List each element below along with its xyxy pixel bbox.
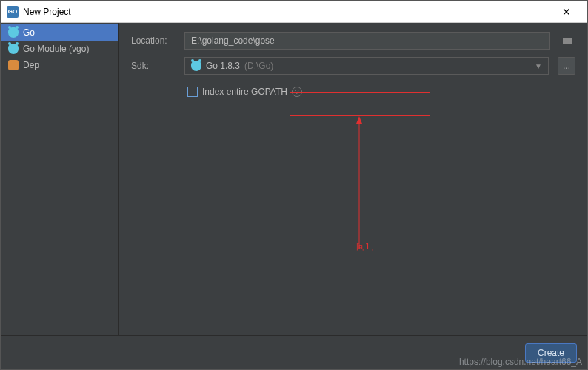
close-button[interactable]: ✕ [552,1,581,22]
sidebar-item-label: Dep [23,60,39,70]
location-label: Location: [131,36,176,46]
sidebar-item-label: Go [23,27,35,38]
dialog-footer: Create [1,335,587,369]
sidebar-item-go[interactable]: Go [1,24,118,41]
sdk-dropdown[interactable]: Go 1.8.3 (D:\Go) ▼ [184,57,549,75]
dep-icon [8,60,19,70]
annotation-arrow [322,116,367,249]
sdk-version-text: Go 1.8.3 [206,61,240,71]
sidebar-item-label: Go Module (vgo) [23,44,89,54]
dialog-window: GO New Project ✕ Go Go Module (vgo) Dep … [0,0,588,370]
chevron-down-icon: ▼ [535,62,542,70]
content-area: Go Go Module (vgo) Dep Location: Sdk: [1,23,587,335]
sidebar-item-dep[interactable]: Dep [1,57,118,73]
index-gopath-label: Index entire GOPATH [202,87,287,97]
app-icon: GO [7,6,19,18]
location-input[interactable] [184,32,550,50]
location-row: Location: [131,32,575,50]
sdk-row: Sdk: Go 1.8.3 (D:\Go) ▼ ... [131,57,575,75]
main-panel: Location: Sdk: Go 1.8.3 (D:\Go) ▼ ... In… [119,23,587,335]
help-icon[interactable]: ? [292,87,302,97]
browse-folder-icon[interactable] [559,33,575,49]
gopher-icon [8,27,19,38]
gopher-icon [8,44,19,54]
sidebar: Go Go Module (vgo) Dep [1,23,119,335]
titlebar: GO New Project ✕ [1,1,587,23]
sdk-more-button[interactable]: ... [558,57,575,75]
svg-marker-1 [356,116,362,124]
index-gopath-checkbox[interactable] [187,87,198,97]
sdk-path-text: (D:\Go) [244,61,273,71]
annotation-text: 问1、 [356,240,379,253]
index-gopath-row: Index entire GOPATH ? [184,82,575,101]
sdk-label: Sdk: [131,61,176,71]
gopher-icon [191,61,201,71]
create-button[interactable]: Create [525,343,577,363]
window-title: New Project [23,7,552,17]
sidebar-item-go-module[interactable]: Go Module (vgo) [1,41,118,57]
